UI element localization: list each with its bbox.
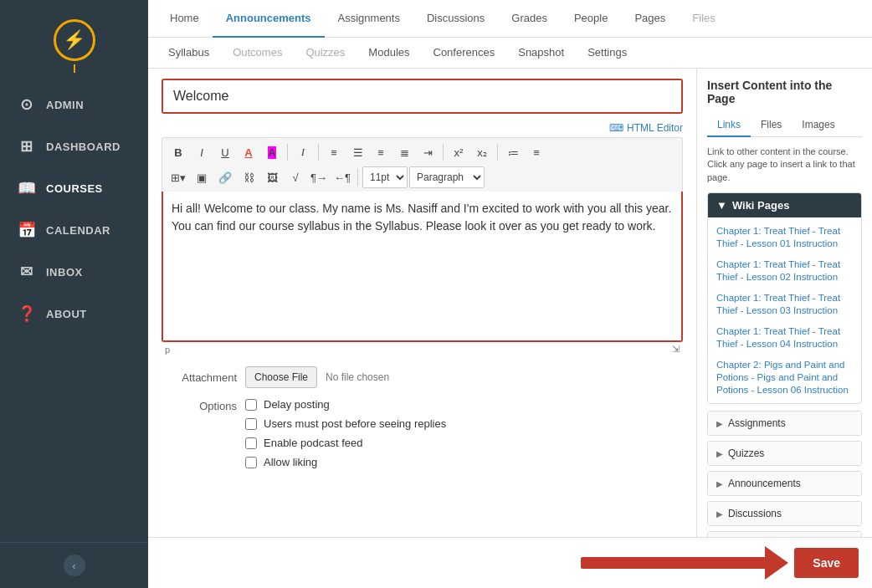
resize-handle[interactable]: ⇲ — [672, 344, 680, 355]
italic-button[interactable]: I — [191, 141, 213, 163]
delay-posting-checkbox[interactable] — [245, 399, 257, 411]
choose-file-button[interactable]: Choose File — [245, 366, 317, 388]
nav-row-secondary: Syllabus Outcomes Quizzes Modules Confer… — [148, 38, 872, 68]
wiki-pages-section: ▼ Wiki Pages Chapter 1: Treat Thief - Tr… — [707, 192, 862, 404]
panel-tab-files[interactable]: Files — [751, 114, 792, 137]
html-editor-button[interactable]: ⌨ HTML Editor — [609, 122, 683, 134]
title-input[interactable] — [163, 80, 681, 112]
assignments-collapse-header[interactable]: ▶ Assignments — [708, 412, 861, 435]
superscript-button[interactable]: x² — [448, 141, 469, 163]
sidebar-item-admin[interactable]: ⊙ ADMIN — [0, 84, 148, 125]
tab-snapshot[interactable]: Snapshot — [506, 38, 576, 69]
admin-icon: ⊙ — [18, 95, 36, 114]
quizzes-section: ▶ Quizzes — [707, 441, 862, 466]
unordered-list-button[interactable]: ≔ — [502, 141, 524, 163]
tab-conferences[interactable]: Conferences — [422, 38, 507, 69]
ltr-button[interactable]: ¶→ — [308, 166, 330, 188]
tab-people[interactable]: People — [561, 0, 621, 38]
indent-button[interactable]: ⇥ — [417, 141, 439, 163]
sidebar-item-calendar[interactable]: 📅 CALENDAR — [0, 209, 148, 251]
courses-icon: 📖 — [18, 179, 36, 197]
wiki-links-list: Chapter 1: Treat Thief - Treat Thief - L… — [708, 217, 861, 403]
table-button[interactable]: ⊞▾ — [167, 166, 189, 188]
toolbar-separator-5 — [357, 169, 358, 186]
option-podcast[interactable]: Enable podcast feed — [245, 437, 446, 449]
wiki-link-0[interactable]: Chapter 1: Treat Thief - Treat Thief - L… — [708, 221, 861, 254]
triangle-down-icon: ▼ — [716, 199, 727, 212]
option-must-post[interactable]: Users must post before seeing replies — [245, 417, 446, 430]
tab-assignments[interactable]: Assignments — [325, 0, 413, 38]
tab-home[interactable]: Home — [156, 0, 213, 38]
logo-circle: ⚡ — [54, 19, 95, 61]
keyboard-icon: ⌨ — [609, 122, 623, 134]
sidebar-collapse-button[interactable]: ‹ — [0, 542, 148, 588]
announcements-section: ▶ Announcements — [707, 471, 862, 496]
align-center-button[interactable]: ☰ — [346, 141, 368, 163]
image-button[interactable]: 🖼 — [261, 166, 283, 188]
tab-announcements[interactable]: Announcements — [213, 0, 325, 38]
link-button[interactable]: 🔗 — [214, 166, 236, 188]
wiki-link-4[interactable]: Chapter 2: Pigs and Paint and Potions - … — [708, 355, 861, 401]
font-highlight-button[interactable]: A — [261, 141, 283, 163]
podcast-checkbox[interactable] — [245, 437, 257, 449]
sidebar-item-label-inbox: INBOX — [46, 266, 83, 279]
panel-hint: Link to other content in the course. Cli… — [707, 146, 862, 184]
subscript-button[interactable]: x₂ — [471, 141, 493, 163]
paragraph-style-select[interactable]: Paragraph — [409, 166, 485, 188]
chevron-right-icon: ▶ — [716, 419, 723, 428]
panel-tab-images[interactable]: Images — [792, 114, 844, 137]
tab-discussions[interactable]: Discussions — [413, 0, 498, 38]
editor-panel: ⌨ HTML Editor B I U A A I ≡ ☰ ≡ — [148, 69, 696, 537]
option-liking[interactable]: Allow liking — [245, 456, 446, 468]
arrow-head — [765, 546, 788, 580]
announcements-collapse-header[interactable]: ▶ Announcements — [708, 472, 861, 495]
unlink-button[interactable]: ⛓ — [238, 166, 259, 188]
calendar-icon: 📅 — [18, 221, 36, 239]
align-left-button[interactable]: ≡ — [323, 141, 345, 163]
option-delay-posting[interactable]: Delay posting — [245, 398, 446, 411]
rtl-button[interactable]: ←¶ — [331, 166, 353, 188]
quizzes-collapse-header[interactable]: ▶ Quizzes — [708, 442, 861, 465]
tab-grades[interactable]: Grades — [498, 0, 561, 38]
sidebar-item-courses[interactable]: 📖 COURSES — [0, 167, 148, 209]
save-button[interactable]: Save — [794, 548, 859, 578]
align-right-button[interactable]: ≡ — [370, 141, 392, 163]
tab-pages[interactable]: Pages — [621, 0, 679, 38]
sidebar-item-inbox[interactable]: ✉ INBOX — [0, 251, 148, 293]
tab-modules[interactable]: Modules — [356, 38, 421, 69]
wiki-pages-header[interactable]: ▼ Wiki Pages — [708, 193, 861, 217]
sidebar-item-about[interactable]: ❓ ABOUT — [0, 293, 148, 335]
wiki-link-2[interactable]: Chapter 1: Treat Thief - Treat Thief - L… — [708, 288, 861, 321]
bold-button[interactable]: B — [167, 141, 189, 163]
wiki-link-3[interactable]: Chapter 1: Treat Thief - Treat Thief - L… — [708, 321, 861, 355]
course-navigation: Home Announcements Assignments Discussio… — [148, 0, 872, 69]
tab-quizzes[interactable]: Quizzes — [294, 38, 356, 69]
panel-tab-links[interactable]: Links — [707, 114, 751, 137]
tab-settings[interactable]: Settings — [576, 38, 639, 69]
underline-button[interactable]: U — [214, 141, 236, 163]
font-color-button[interactable]: A — [238, 141, 259, 163]
nav-row-primary: Home Announcements Assignments Discussio… — [148, 0, 872, 38]
tab-files[interactable]: Files — [679, 0, 728, 38]
discussions-collapse-header[interactable]: ▶ Discussions — [708, 502, 861, 525]
sidebar-item-label-courses: COURSES — [46, 182, 103, 195]
equation-button[interactable]: √ — [285, 166, 306, 188]
italic-button-2[interactable]: I — [292, 141, 314, 163]
main-content: Home Announcements Assignments Discussio… — [148, 0, 872, 588]
title-input-wrapper — [162, 79, 683, 114]
must-post-checkbox[interactable] — [245, 418, 257, 430]
text-editor[interactable]: Hi all! Welcome to our class. My name is… — [162, 192, 683, 342]
sidebar: ⚡ ⊙ ADMIN ⊞ DASHBOARD 📖 COURSES 📅 CALEND… — [0, 0, 148, 588]
ordered-list-button[interactable]: ≡ — [526, 141, 547, 163]
font-size-select[interactable]: 11pt — [362, 166, 408, 188]
media-button[interactable]: ▣ — [191, 166, 213, 188]
wiki-link-1[interactable]: Chapter 1: Treat Thief - Treat Thief - L… — [708, 254, 861, 288]
assignments-section: ▶ Assignments — [707, 411, 862, 436]
sidebar-item-dashboard[interactable]: ⊞ DASHBOARD — [0, 125, 148, 167]
arrow-shaft — [581, 557, 765, 569]
tab-syllabus[interactable]: Syllabus — [156, 38, 221, 69]
sidebar-logo: ⚡ — [0, 0, 148, 84]
tab-outcomes[interactable]: Outcomes — [221, 38, 294, 69]
align-justify-button[interactable]: ≣ — [393, 141, 415, 163]
liking-checkbox[interactable] — [245, 457, 257, 468]
